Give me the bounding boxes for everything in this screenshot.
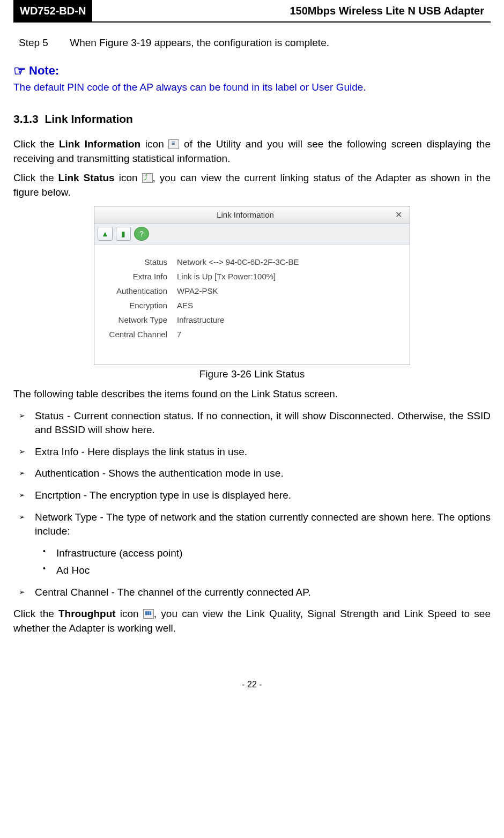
page-header: WD752-BD-N 150Mbps Wireless Lite N USB A… — [13, 0, 491, 23]
help-icon[interactable]: ? — [134, 227, 149, 241]
paragraph-link-info: Click the Link Information icon of the U… — [13, 137, 491, 166]
bars-icon[interactable]: ▮ — [116, 227, 131, 241]
link-status-icon — [142, 173, 153, 183]
figure-caption: Figure 3-26 Link Status — [13, 367, 491, 382]
dot-icon: • — [43, 563, 56, 578]
label-auth: Authentication — [107, 285, 177, 296]
figure-link-status: Link Information ✕ ▲ ▮ ? StatusNetwork <… — [13, 206, 491, 365]
dialog-titlebar: Link Information ✕ — [94, 206, 410, 224]
section-number: 3.1.3 — [13, 113, 39, 125]
paragraph-link-status: Click the Link Status icon , you can vie… — [13, 171, 491, 199]
close-icon[interactable]: ✕ — [392, 209, 405, 221]
row-extra: Extra InfoLink is Up [Tx Power:100%] — [107, 271, 397, 282]
text-span: Shows the authentication mode in use. — [108, 468, 283, 479]
step-label: Step 5 — [19, 36, 67, 50]
bold-span: Authentication - — [35, 468, 108, 479]
row-chan: Central Channel7 — [107, 329, 397, 340]
bullet-icon: ➢ — [19, 409, 35, 437]
label-chan: Central Channel — [107, 329, 177, 340]
bold-span: Network Type - — [35, 511, 106, 523]
text-span: The encryption type in use is displayed … — [90, 490, 291, 501]
bold-span: Link Status — [58, 172, 115, 183]
value-auth: WPA2-PSK — [177, 285, 397, 296]
row-status: StatusNetwork <--> 94-0C-6D-2F-3C-BE — [107, 256, 397, 268]
text-span: Infrastructure (access point) — [56, 546, 182, 561]
text-span: Click the — [13, 608, 58, 619]
page-number: - 22 - — [13, 679, 491, 691]
text-span: icon — [116, 608, 143, 619]
list-item: ➢Encrtption - The encryption type in use… — [19, 488, 491, 503]
page-title: 150Mbps Wireless Lite N USB Adapter — [92, 0, 491, 21]
row-auth: AuthenticationWPA2-PSK — [107, 285, 397, 296]
row-enc: EncryptionAES — [107, 300, 397, 311]
list-item: •Ad Hoc — [43, 563, 491, 578]
text-span: icon — [115, 172, 142, 183]
signal-icon[interactable]: ▲ — [98, 227, 113, 241]
bold-span: Encrtption - — [35, 490, 90, 501]
throughput-icon — [143, 609, 154, 619]
text-span: Here displays the link status in use. — [87, 446, 247, 457]
dialog-toolbar: ▲ ▮ ? — [94, 224, 410, 244]
row-net: Network TypeInfrastructure — [107, 314, 397, 325]
value-enc: AES — [177, 300, 397, 311]
bold-span: Link Information — [59, 138, 140, 150]
step-row: Step 5 When Figure 3-19 appears, the con… — [19, 36, 491, 50]
step-text: When Figure 3-19 appears, the configurat… — [70, 37, 329, 48]
bold-span: Throughput — [58, 608, 116, 619]
note-body: The default PIN code of the AP always ca… — [13, 80, 491, 95]
label-net: Network Type — [107, 314, 177, 325]
dialog-body: StatusNetwork <--> 94-0C-6D-2F-3C-BE Ext… — [94, 244, 410, 365]
value-net: Infrastructure — [177, 314, 397, 325]
section-heading: 3.1.3 Link Information — [13, 111, 491, 127]
model-badge: WD752-BD-N — [13, 0, 92, 21]
link-information-icon — [168, 139, 179, 149]
section-title: Link Information — [45, 113, 133, 125]
text-span: The channel of the currently connected A… — [117, 587, 311, 598]
text-span: Click the — [13, 138, 59, 150]
dot-icon: • — [43, 546, 56, 561]
bullet-list-2: ➢Central Channel - The channel of the cu… — [19, 585, 491, 600]
page-content: Step 5 When Figure 3-19 appears, the con… — [0, 23, 504, 704]
list-item: ➢Network Type - The type of network and … — [19, 510, 491, 539]
bullet-icon: ➢ — [19, 445, 35, 459]
dialog-title: Link Information — [99, 209, 392, 220]
bold-span: Status - — [35, 410, 74, 421]
list-item: ➢Status - Current connection status. If … — [19, 409, 491, 437]
text-span: Click the — [13, 172, 58, 183]
hand-icon: ☞ — [13, 63, 26, 79]
table-intro: The following table describes the items … — [13, 387, 491, 402]
sub-list: •Infrastructure (access point) •Ad Hoc — [43, 546, 491, 578]
note-title: ☞Note: — [13, 61, 491, 80]
value-extra: Link is Up [Tx Power:100%] — [177, 271, 397, 282]
list-item: ➢Central Channel - The channel of the cu… — [19, 585, 491, 600]
text-span: icon — [140, 138, 168, 150]
text-span: Ad Hoc — [56, 563, 90, 578]
bullet-icon: ➢ — [19, 585, 35, 600]
paragraph-throughput: Click the Throughput icon , you can view… — [13, 607, 491, 635]
link-information-dialog: Link Information ✕ ▲ ▮ ? StatusNetwork <… — [94, 206, 410, 365]
note-title-text: Note: — [29, 64, 59, 77]
text-span: Current connection status. If no connect… — [35, 410, 491, 436]
bullet-icon: ➢ — [19, 488, 35, 503]
bullet-list: ➢Status - Current connection status. If … — [19, 409, 491, 539]
label-status: Status — [107, 256, 177, 268]
bullet-icon: ➢ — [19, 466, 35, 481]
list-item: ➢Extra Info - Here displays the link sta… — [19, 445, 491, 459]
label-enc: Encryption — [107, 300, 177, 311]
list-item: ➢Authentication - Shows the authenticati… — [19, 466, 491, 481]
value-status: Network <--> 94-0C-6D-2F-3C-BE — [177, 256, 397, 268]
value-chan: 7 — [177, 329, 397, 340]
label-extra: Extra Info — [107, 271, 177, 282]
note-block: ☞Note: The default PIN code of the AP al… — [13, 61, 491, 95]
list-item: •Infrastructure (access point) — [43, 546, 491, 561]
bold-span: Extra Info - — [35, 446, 87, 457]
bold-span: Central Channel - — [35, 587, 117, 598]
bullet-icon: ➢ — [19, 510, 35, 539]
